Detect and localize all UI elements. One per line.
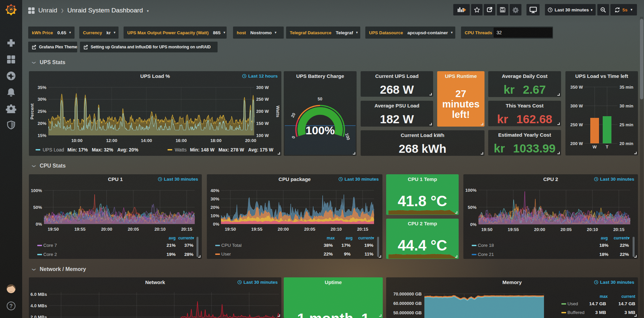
svg-text:20:15: 20:15: [613, 227, 624, 232]
svg-text:300 W: 300 W: [256, 85, 269, 90]
svg-text:10%: 10%: [211, 213, 219, 218]
svg-text:60.000000 GB: 60.000000 GB: [393, 301, 422, 306]
svg-text:T: T: [606, 144, 608, 149]
svg-text:18:00: 18:00: [210, 138, 221, 143]
svg-text:50: 50: [318, 97, 322, 101]
svg-text:19:50: 19:50: [225, 227, 236, 232]
svg-text:20:05: 20:05: [304, 227, 315, 232]
svg-text:20: 20: [290, 112, 296, 119]
svg-text:10:00: 10:00: [71, 138, 82, 143]
svg-text:20%: 20%: [211, 205, 219, 210]
svg-text:19:55: 19:55: [251, 227, 262, 232]
svg-text:19:55: 19:55: [74, 227, 85, 232]
svg-text:W: W: [593, 144, 597, 149]
svg-text:14:00: 14:00: [141, 138, 152, 143]
svg-text:20:00: 20:00: [101, 227, 112, 232]
svg-text:100 W: 100 W: [256, 133, 269, 138]
svg-text:0%: 0%: [470, 222, 476, 227]
svg-text:300 W: 300 W: [570, 103, 583, 108]
svg-text:0%: 0%: [213, 222, 219, 227]
svg-text:2.0 MBs: 2.0 MBs: [31, 315, 47, 318]
svg-text:20:10: 20:10: [154, 227, 166, 232]
svg-text:20:10: 20:10: [587, 227, 598, 232]
svg-text:0%: 0%: [36, 222, 42, 227]
svg-text:20:15: 20:15: [357, 227, 368, 232]
svg-text:40%: 40%: [211, 188, 219, 193]
svg-text:100%: 100%: [465, 188, 477, 193]
svg-text:20:00: 20:00: [534, 227, 545, 232]
svg-text:350 W: 350 W: [570, 85, 583, 90]
svg-text:35%: 35%: [38, 85, 46, 90]
svg-text:200 W: 200 W: [570, 141, 583, 146]
svg-text:25%: 25%: [38, 109, 46, 114]
svg-text:20 min: 20 min: [619, 141, 633, 146]
svg-text:50%: 50%: [468, 205, 476, 210]
svg-text:Watts: Watts: [275, 106, 280, 118]
svg-text:250 W: 250 W: [570, 122, 583, 127]
svg-text:15%: 15%: [38, 133, 46, 138]
svg-text:20:15: 20:15: [181, 227, 192, 232]
svg-text:200 W: 200 W: [256, 109, 269, 114]
svg-text:100%: 100%: [306, 124, 335, 137]
svg-text:12:00: 12:00: [106, 138, 117, 143]
svg-text:250 W: 250 W: [256, 97, 269, 102]
svg-text:19:50: 19:50: [48, 227, 59, 232]
svg-text:19:50: 19:50: [481, 227, 492, 232]
svg-text:20:05: 20:05: [560, 227, 571, 232]
svg-text:20:05: 20:05: [128, 227, 139, 232]
svg-text:20:00: 20:00: [278, 227, 289, 232]
svg-text:30 min: 30 min: [619, 103, 633, 108]
svg-text:16:00: 16:00: [176, 138, 187, 143]
svg-text:50%: 50%: [33, 205, 42, 210]
svg-text:50.000000 GB: 50.000000 GB: [393, 310, 422, 315]
svg-text:30%: 30%: [211, 196, 219, 201]
svg-text:4.0 MBs: 4.0 MBs: [31, 303, 47, 308]
svg-text:100%: 100%: [31, 188, 42, 193]
svg-text:19:55: 19:55: [508, 227, 519, 232]
svg-text:150 W: 150 W: [256, 121, 269, 126]
svg-text:6.0 MBs: 6.0 MBs: [31, 292, 47, 297]
svg-text:25 min: 25 min: [619, 122, 633, 127]
svg-text:20:10: 20:10: [331, 227, 342, 232]
svg-text:70.000000 GB: 70.000000 GB: [393, 291, 422, 297]
svg-text:35 min: 35 min: [619, 85, 633, 90]
svg-text:Percent: Percent: [30, 103, 35, 119]
svg-text:20:00: 20:00: [245, 138, 256, 143]
svg-text:?: ?: [9, 303, 13, 309]
svg-text:30%: 30%: [38, 97, 46, 102]
svg-text:20%: 20%: [38, 121, 46, 126]
